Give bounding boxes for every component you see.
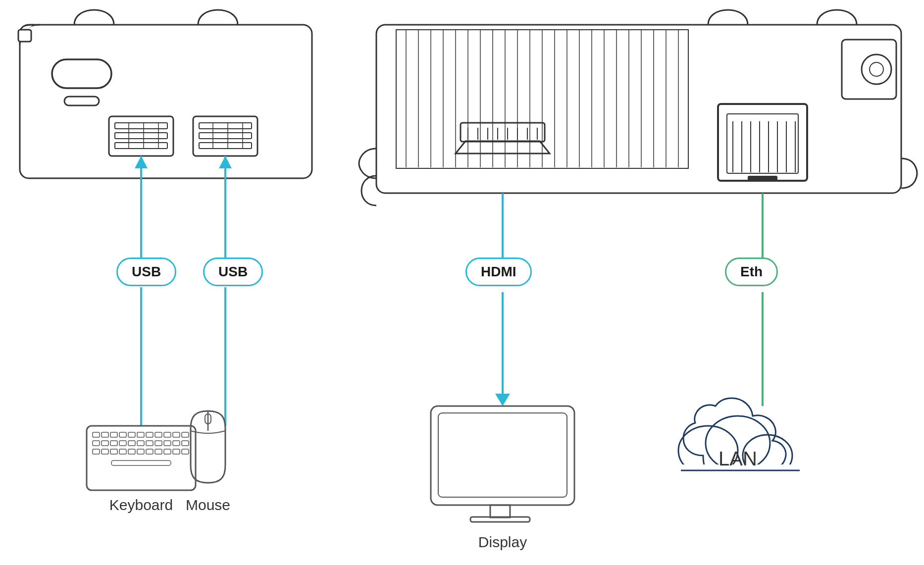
svg-rect-34 [173,432,180,437]
svg-rect-27 [110,432,117,437]
svg-rect-103 [727,114,798,173]
svg-rect-24 [87,426,196,490]
svg-rect-53 [146,449,153,454]
svg-rect-55 [164,449,171,454]
svg-rect-2 [52,59,111,88]
svg-rect-51 [128,449,135,454]
svg-rect-26 [102,432,108,437]
svg-rect-32 [155,432,162,437]
svg-rect-118 [431,406,574,505]
svg-rect-33 [164,432,171,437]
svg-rect-47 [93,449,100,454]
svg-text:Keyboard: Keyboard [109,497,173,513]
svg-rect-45 [173,441,180,446]
svg-rect-38 [110,441,117,446]
svg-rect-43 [155,441,162,446]
svg-rect-14 [199,143,252,149]
svg-rect-50 [119,449,126,454]
usb1-badge: USB [116,257,176,286]
svg-text:Display: Display [478,534,527,550]
svg-rect-12 [199,123,252,129]
svg-rect-119 [438,413,567,497]
svg-rect-48 [102,449,108,454]
svg-rect-25 [93,432,100,437]
svg-rect-57 [182,449,189,454]
svg-rect-39 [119,441,126,446]
svg-rect-3 [64,97,99,105]
svg-marker-115 [495,394,510,406]
svg-rect-1 [18,30,31,42]
usb2-badge: USB [203,257,263,286]
svg-rect-52 [137,449,144,454]
hdmi-badge: HDMI [465,257,532,286]
svg-text:Mouse: Mouse [186,497,230,513]
svg-rect-30 [137,432,144,437]
svg-rect-40 [128,441,135,446]
svg-rect-13 [199,133,252,139]
svg-text:LAN: LAN [719,448,757,469]
svg-rect-5 [115,123,167,129]
svg-rect-46 [182,441,189,446]
svg-rect-29 [128,432,135,437]
svg-rect-58 [111,461,171,465]
eth-badge: Eth [725,257,778,286]
svg-rect-28 [119,432,126,437]
svg-rect-56 [173,449,180,454]
svg-rect-36 [93,441,100,446]
svg-rect-121 [470,517,530,522]
svg-rect-120 [490,505,510,517]
svg-rect-35 [182,432,189,437]
svg-marker-22 [219,156,232,168]
svg-point-90 [862,54,891,84]
svg-rect-54 [155,449,162,454]
svg-point-91 [870,62,883,76]
svg-marker-19 [135,156,148,168]
svg-rect-42 [146,441,153,446]
svg-rect-6 [115,133,167,139]
svg-rect-44 [164,441,171,446]
svg-rect-112 [748,176,777,181]
svg-rect-31 [146,432,153,437]
svg-rect-37 [102,441,108,446]
svg-rect-93 [461,123,545,142]
svg-rect-49 [110,449,117,454]
svg-rect-7 [115,143,167,149]
diagram-container: Keyboard Mouse [0,0,924,565]
svg-rect-102 [718,104,807,181]
svg-rect-41 [137,441,144,446]
